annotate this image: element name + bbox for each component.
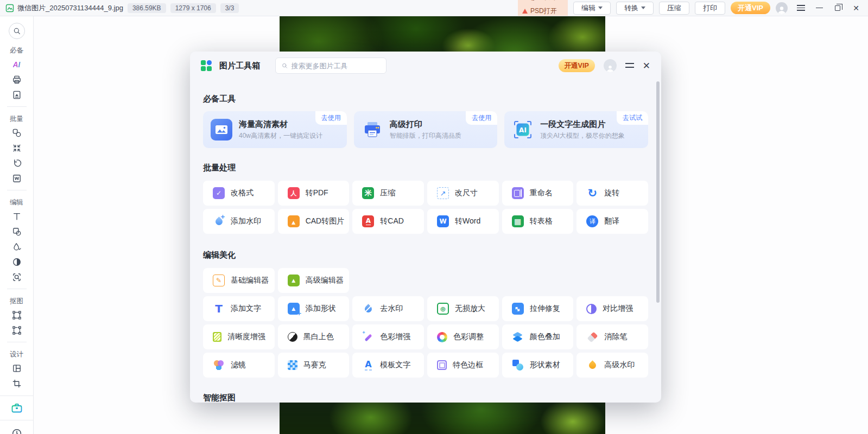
vip-button[interactable]: 开通VIP xyxy=(731,2,770,14)
sidebar-group-cutout: 抠图 xyxy=(10,297,23,306)
card-action-badge[interactable]: 去使用 xyxy=(466,111,497,125)
dialog-body: 必备工具 海量高清素材 40w高清素材，一键搞定设计 去使用 xyxy=(190,94,661,403)
tool-color-overlay[interactable]: 颜色叠加 xyxy=(502,324,574,349)
tool-contrast-enhance[interactable]: 对比增强 xyxy=(576,296,648,321)
sidebar-item-export[interactable] xyxy=(0,88,33,102)
tool-add-text[interactable]: 添加文字 xyxy=(203,296,275,321)
card-action-badge[interactable]: 去试试 xyxy=(617,111,648,125)
tool-add-shape[interactable]: 添加形状 xyxy=(278,296,350,321)
ai-icon: AI xyxy=(13,60,21,69)
card-advanced-print[interactable]: 高级打印 智能排版，打印高清品质 去使用 xyxy=(354,111,498,148)
tool-color-adjust[interactable]: 色彩调整 xyxy=(427,324,499,349)
dimensions-badge: 1279 x 1706 xyxy=(170,3,216,13)
sidebar-group-batch: 批量 xyxy=(10,114,23,124)
tool-cad-to-image[interactable]: CAD转图片 xyxy=(278,209,350,234)
dialog-title: 图片工具箱 xyxy=(219,61,260,71)
sidebar-item-crop[interactable] xyxy=(0,376,33,391)
tool-advanced-watermark[interactable]: 高级水印 xyxy=(576,353,648,378)
sidebar-item-cutout-frame[interactable] xyxy=(0,308,33,322)
divider xyxy=(0,420,33,420)
tool-lossless-enlarge[interactable]: 无损放大 xyxy=(427,296,499,321)
divider xyxy=(7,190,27,190)
minimize-button[interactable] xyxy=(815,4,823,12)
sidebar-item-history[interactable] xyxy=(0,426,33,434)
dialog-vip-button[interactable]: 开通VIP xyxy=(559,59,595,72)
tool-advanced-editor[interactable]: 高级编辑器 xyxy=(278,268,350,293)
avatar[interactable] xyxy=(776,2,788,14)
dialog-menu-button[interactable] xyxy=(625,62,634,69)
sidebar-item-toolbox-active[interactable] xyxy=(0,401,33,415)
tool-to-word[interactable]: 转Word xyxy=(427,209,499,234)
tool-stretch-repair[interactable]: 拉伸修复 xyxy=(502,296,574,321)
tool-to-table[interactable]: 转表格 xyxy=(502,209,574,234)
dialog-search-box[interactable] xyxy=(275,58,387,74)
edit-dropdown-button[interactable]: 编辑 xyxy=(573,2,611,15)
app-menu-button[interactable] xyxy=(796,4,805,12)
color-enhance-icon xyxy=(362,331,374,343)
tool-remove-watermark[interactable]: 去水印 xyxy=(352,296,424,321)
tool-clarity-enhance[interactable]: 清晰度增强 xyxy=(203,324,275,349)
sidebar-item-batch-rotate[interactable] xyxy=(0,156,33,170)
card-action-badge[interactable]: 去使用 xyxy=(315,111,347,125)
sidebar-item-batch-convert[interactable] xyxy=(0,126,33,140)
tool-compress[interactable]: 压缩 xyxy=(352,181,424,206)
tool-special-border[interactable]: 特色边框 xyxy=(427,353,499,378)
sidebar-item-detail-zoom[interactable] xyxy=(0,270,33,284)
advanced-watermark-icon xyxy=(586,359,598,371)
promo-panel[interactable]: 秒出设计 PSD打开 xyxy=(518,0,568,16)
tool-rotate[interactable]: 旋转 xyxy=(576,181,648,206)
printer-icon xyxy=(11,74,22,85)
tool-format-convert[interactable]: 改格式 xyxy=(203,181,275,206)
sidebar-item-contrast[interactable] xyxy=(0,255,33,269)
restore-button[interactable] xyxy=(833,4,842,12)
bw-colorize-icon xyxy=(288,332,297,342)
batch-compress-icon xyxy=(11,143,22,154)
sidebar-item-ai[interactable]: AI xyxy=(0,58,33,72)
dialog-header: 图片工具箱 开通VIP ✕ xyxy=(190,52,661,80)
color-adjust-icon xyxy=(437,332,447,342)
sidebar-group-edit: 编辑 xyxy=(10,198,23,207)
divider xyxy=(7,289,27,289)
card-hd-material[interactable]: 海量高清素材 40w高清素材，一键搞定设计 去使用 xyxy=(203,111,347,148)
sidebar-item-shapes[interactable] xyxy=(0,225,33,239)
sidebar-search-button[interactable] xyxy=(9,23,25,39)
template-text-icon xyxy=(362,359,374,371)
tool-resize[interactable]: 改尺寸 xyxy=(427,181,499,206)
svg-text:AI: AI xyxy=(519,126,527,134)
tool-translate[interactable]: 翻译 xyxy=(576,209,648,234)
tool-eraser[interactable]: 消除笔 xyxy=(576,324,648,349)
tool-basic-editor[interactable]: 基础编辑器 xyxy=(203,268,275,293)
dialog-close-button[interactable]: ✕ xyxy=(643,61,650,71)
promo-psd-item[interactable]: PSD打开 xyxy=(522,7,563,16)
close-button[interactable]: ✕ xyxy=(852,4,860,12)
add-watermark-icon xyxy=(213,215,225,227)
sidebar-item-cutout-lasso[interactable] xyxy=(0,323,33,337)
tool-filter[interactable]: 滤镜 xyxy=(203,353,275,378)
tool-to-pdf[interactable]: 转PDF xyxy=(278,181,350,206)
tool-add-watermark[interactable]: 添加水印 xyxy=(203,209,275,234)
tool-rename[interactable]: 重命名 xyxy=(502,181,574,206)
convert-dropdown-button[interactable]: 转换 xyxy=(616,2,654,15)
rotate-icon xyxy=(586,187,598,199)
sidebar-item-batch-compress[interactable] xyxy=(0,141,33,155)
sidebar-item-to-word[interactable] xyxy=(0,171,33,186)
promo-design-item[interactable]: 秒出设计 xyxy=(522,0,563,2)
dialog-scrollbar-thumb[interactable] xyxy=(656,81,660,303)
tool-mosaic[interactable]: 马赛克 xyxy=(278,353,350,378)
tool-to-cad[interactable]: 转CAD xyxy=(352,209,424,234)
sidebar-item-print[interactable] xyxy=(0,73,33,87)
sidebar-item-splice[interactable] xyxy=(0,361,33,375)
stretch-repair-icon xyxy=(512,303,524,315)
sidebar-item-add-text[interactable] xyxy=(0,209,33,224)
compress-button[interactable]: 压缩 xyxy=(659,2,689,15)
card-text-to-image[interactable]: AI 一段文字生成图片 顶尖AI大模型，极尽你的想象 去试试 xyxy=(504,111,648,148)
sidebar-item-watermark[interactable] xyxy=(0,240,33,254)
tool-color-enhance[interactable]: 色彩增强 xyxy=(352,324,424,349)
tool-shape-material[interactable]: 形状素材 xyxy=(502,353,574,378)
tool-bw-colorize[interactable]: 黑白上色 xyxy=(278,324,350,349)
tool-template-text[interactable]: 模板文字 xyxy=(352,353,424,378)
print-button[interactable]: 打印 xyxy=(695,2,725,15)
shapes-icon xyxy=(11,226,22,237)
dialog-avatar[interactable] xyxy=(604,59,617,72)
dialog-search-input[interactable] xyxy=(292,62,381,70)
